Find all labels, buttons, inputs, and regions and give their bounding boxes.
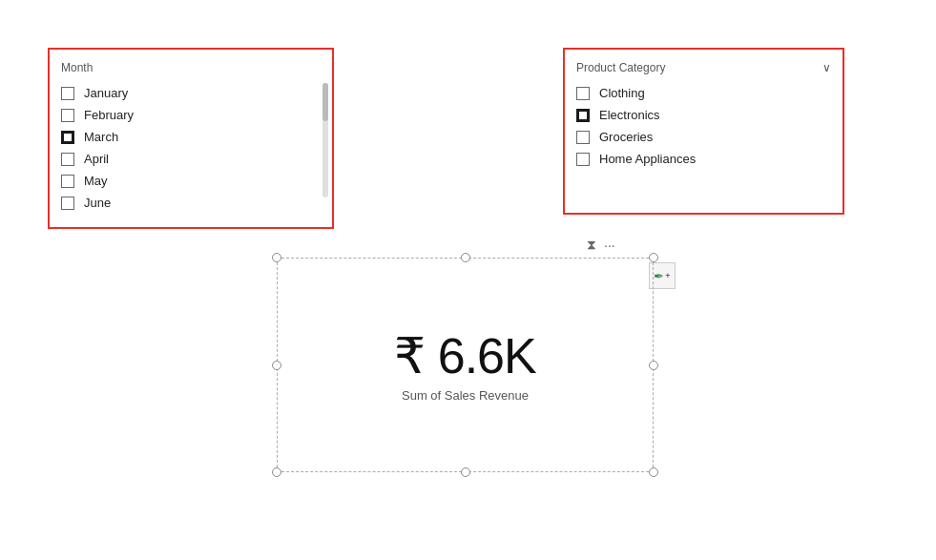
month-scrollbar[interactable] [322,83,328,197]
month-item-label: February [84,108,134,122]
category-checkbox-groceries[interactable] [576,131,590,144]
category-items-container: ClothingElectronicsGroceriesHome Applian… [565,82,842,170]
month-item-label: March [84,130,118,144]
category-checkbox-home_appliances[interactable] [576,153,590,166]
month-item-label: May [84,174,108,188]
chevron-down-icon[interactable]: ∨ [822,61,831,74]
month-item[interactable]: February [50,104,332,126]
month-item[interactable]: April [50,148,332,170]
resize-handle-mr[interactable] [649,361,658,370]
month-item[interactable]: January [50,82,332,104]
kpi-card: ₹ 6.6K Sum of Sales Revenue [277,258,654,472]
category-item-label: Home Appliances [599,152,696,166]
category-item-label: Electronics [599,108,660,122]
month-panel-title: Month [50,59,332,82]
resize-handle-bl[interactable] [272,467,281,477]
category-item-label: Groceries [599,130,653,144]
category-item[interactable]: Groceries [565,126,842,148]
month-filter-panel: Month JanuaryFebruaryMarchAprilMayJune [48,48,334,229]
resize-handle-ml[interactable] [272,361,281,370]
month-items-container: JanuaryFebruaryMarchAprilMayJune [50,82,332,214]
edit-pen-icon: ✒ [654,269,664,283]
category-checkbox-clothing[interactable] [576,87,590,100]
month-item[interactable]: May [50,170,332,192]
filter-icon[interactable]: ⧗ [587,237,596,253]
month-title-label: Month [61,61,93,74]
month-scrollbar-thumb[interactable] [322,83,328,121]
resize-handle-tm[interactable] [461,253,470,262]
category-item[interactable]: Electronics [565,104,842,126]
month-checkbox-april[interactable] [61,153,74,166]
month-checkbox-may[interactable] [61,175,74,188]
add-indicator: + [665,271,670,280]
month-checkbox-june[interactable] [61,197,74,210]
month-item-label: June [84,196,111,210]
category-panel-title: Product Category ∨ [565,59,842,82]
category-item-label: Clothing [599,86,645,100]
resize-handle-tr[interactable] [649,253,658,262]
month-checkbox-march[interactable] [61,131,74,144]
resize-handle-br[interactable] [649,467,658,477]
resize-handle-bm[interactable] [461,467,470,477]
resize-handle-tl[interactable] [272,253,281,262]
month-item-label: January [84,86,128,100]
month-checkbox-february[interactable] [61,109,74,122]
month-item[interactable]: June [50,192,332,214]
category-item[interactable]: Clothing [565,82,842,104]
category-item[interactable]: Home Appliances [565,148,842,170]
month-item[interactable]: March [50,126,332,148]
category-title-label: Product Category [576,61,665,74]
kpi-toolbar: ⧗ ··· [587,237,615,253]
more-options-icon[interactable]: ··· [604,238,615,253]
category-checkbox-electronics[interactable] [576,109,590,122]
category-filter-panel: Product Category ∨ ClothingElectronicsGr… [563,48,844,215]
month-checkbox-january[interactable] [61,87,74,100]
month-item-label: April [84,152,109,166]
kpi-border [277,258,654,472]
